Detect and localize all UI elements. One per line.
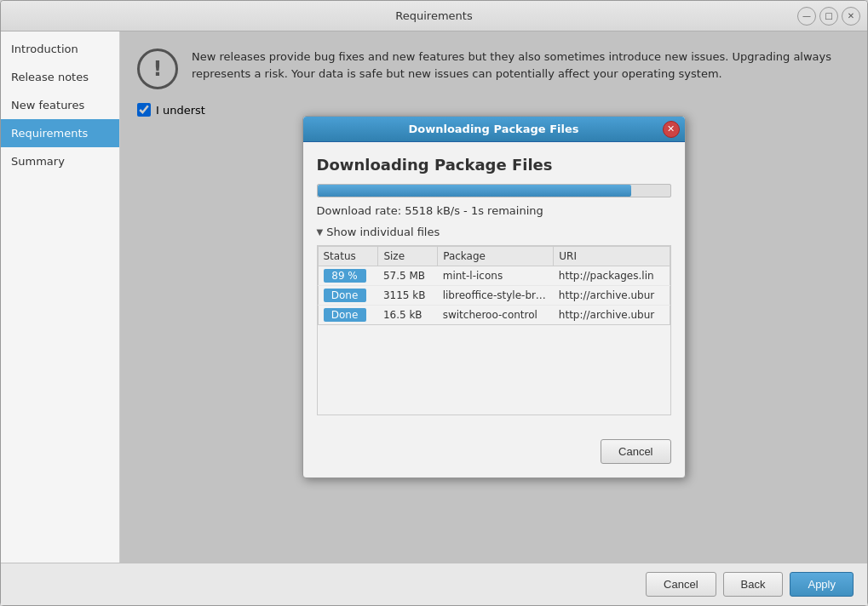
- close-button[interactable]: ✕: [842, 7, 860, 26]
- cell-size: 3115 kB: [378, 286, 438, 306]
- cell-size: 16.5 kB: [378, 306, 438, 325]
- progress-bar-container: [317, 184, 671, 197]
- download-modal: Downloading Package Files ✕ Downloading …: [302, 116, 686, 478]
- minimize-button[interactable]: —: [797, 7, 816, 26]
- cell-package: mint-l-icons: [438, 266, 554, 286]
- back-button[interactable]: Back: [723, 572, 784, 597]
- toggle-arrow-icon: ▼: [317, 227, 324, 237]
- cell-status: 89 %: [318, 266, 378, 286]
- download-rate: Download rate: 5518 kB/s - 1s remaining: [317, 204, 671, 217]
- maximize-button[interactable]: □: [819, 7, 838, 26]
- progress-bar-fill: [318, 185, 631, 197]
- cell-uri: http://packages.lin: [554, 266, 670, 286]
- modal-title: Downloading Package Files: [408, 123, 578, 135]
- table-row: 89 %57.5 MBmint-l-iconshttp://packages.l…: [318, 266, 670, 286]
- cell-size: 57.5 MB: [378, 266, 438, 286]
- show-files-label: Show individual files: [326, 226, 440, 238]
- table-row: Done3115 kBlibreoffice-style-breezehttp:…: [318, 286, 670, 306]
- modal-heading: Downloading Package Files: [317, 156, 671, 174]
- titlebar: Requirements — □ ✕: [1, 1, 867, 31]
- modal-body: Downloading Package Files Download rate:…: [303, 142, 685, 439]
- cell-status: Done: [318, 286, 378, 306]
- status-badge: 89 %: [324, 269, 366, 283]
- modal-titlebar: Downloading Package Files ✕: [303, 117, 685, 142]
- table-header-row: Status Size Package URI: [318, 247, 670, 266]
- window-controls: — □ ✕: [797, 7, 860, 26]
- sidebar-item-requirements[interactable]: Requirements: [1, 119, 119, 147]
- cancel-button[interactable]: Cancel: [646, 572, 716, 597]
- table-row: Done16.5 kBswitcheroo-controlhttp://arch…: [318, 306, 670, 325]
- cell-package: switcheroo-control: [438, 306, 554, 325]
- col-uri: URI: [554, 247, 670, 266]
- col-status: Status: [318, 247, 378, 266]
- modal-cancel-button[interactable]: Cancel: [601, 439, 670, 464]
- main-panel: ! New releases provide bug fixes and new…: [120, 31, 867, 563]
- status-badge: Done: [324, 289, 366, 302]
- content-area: Introduction Release notes New features …: [1, 31, 867, 563]
- show-files-toggle[interactable]: ▼ Show individual files: [317, 226, 671, 238]
- main-window: Requirements — □ ✕ Introduction Release …: [0, 0, 868, 606]
- sidebar-item-introduction[interactable]: Introduction: [1, 35, 119, 63]
- col-package: Package: [438, 247, 554, 266]
- modal-close-button[interactable]: ✕: [663, 121, 680, 138]
- sidebar: Introduction Release notes New features …: [1, 31, 120, 563]
- window-title: Requirements: [395, 9, 472, 22]
- col-size: Size: [378, 247, 438, 266]
- apply-button[interactable]: Apply: [790, 572, 854, 597]
- modal-overlay: Downloading Package Files ✕ Downloading …: [120, 31, 867, 563]
- cell-status: Done: [318, 306, 378, 325]
- cell-package: libreoffice-style-breeze: [438, 286, 554, 306]
- files-list-container: Status Size Package URI 89 %57.5 MBmint-…: [317, 245, 671, 415]
- bottom-bar: Cancel Back Apply: [1, 563, 867, 605]
- files-table: Status Size Package URI 89 %57.5 MBmint-…: [318, 246, 670, 325]
- sidebar-item-summary[interactable]: Summary: [1, 147, 119, 175]
- sidebar-item-release-notes[interactable]: Release notes: [1, 63, 119, 91]
- sidebar-item-new-features[interactable]: New features: [1, 91, 119, 119]
- cell-uri: http://archive.ubur: [554, 306, 670, 325]
- modal-footer: Cancel: [303, 439, 685, 477]
- cell-uri: http://archive.ubur: [554, 286, 670, 306]
- status-badge: Done: [324, 308, 366, 322]
